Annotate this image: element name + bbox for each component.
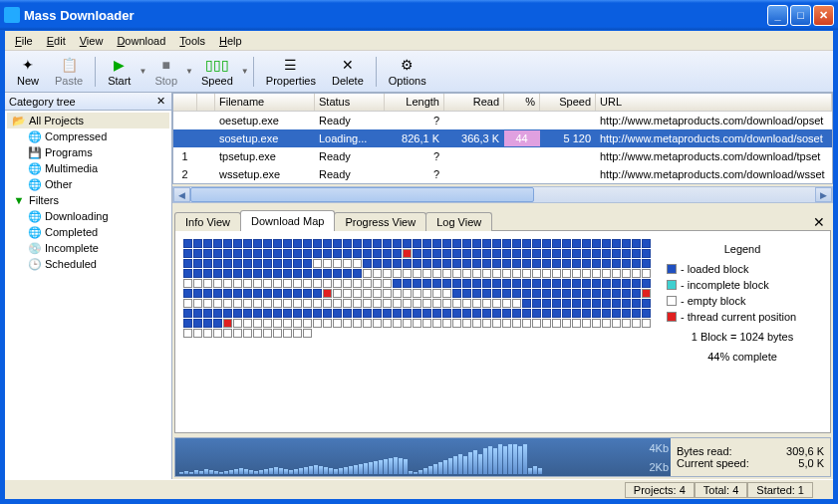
column-header[interactable]: Read xyxy=(444,94,504,111)
column-header[interactable]: Status xyxy=(315,94,385,111)
speed-icon: ▯▯▯ xyxy=(209,57,225,73)
menu-tools[interactable]: Tools xyxy=(173,33,211,49)
options-icon: ⚙ xyxy=(400,57,416,73)
tree-icon: 🕒 xyxy=(27,257,43,271)
window-title: Mass Downloader xyxy=(24,8,767,23)
properties-icon: ☰ xyxy=(283,57,299,73)
tree-icon: 💾 xyxy=(27,145,43,159)
close-button[interactable]: ✕ xyxy=(813,5,834,26)
detail-panel: Info ViewDownload MapProgress ViewLog Vi… xyxy=(174,209,831,433)
table-row[interactable]: oesetup.exeReady?http://www.metaproducts… xyxy=(173,112,832,129)
toolbar-speed-button[interactable]: ▯▯▯Speed xyxy=(193,55,241,89)
speed-scale: 4Kb 2Kb xyxy=(645,438,671,476)
column-header[interactable] xyxy=(173,94,197,111)
legend-title: Legend xyxy=(667,243,818,255)
tab-log-view[interactable]: Log View xyxy=(425,212,492,231)
statusbar: Projects: 4Total: 4Started: 1 xyxy=(5,479,833,499)
menu-help[interactable]: Help xyxy=(213,33,248,49)
tree-icon: 🌐 xyxy=(27,161,43,175)
bytes-read-value: 309,6 K xyxy=(786,445,824,457)
status-cell: Total: 4 xyxy=(695,482,747,498)
tree-icon: 🌐 xyxy=(27,177,43,191)
legend-item: - empty block xyxy=(667,295,818,307)
scroll-right-button[interactable]: ▶ xyxy=(815,187,832,202)
scroll-left-button[interactable]: ◀ xyxy=(173,187,190,202)
toolbar-paste-button: 📋Paste xyxy=(47,55,91,89)
tree-item-incomplete[interactable]: 💿Incomplete xyxy=(7,240,169,256)
dropdown-arrow-icon[interactable]: ▼ xyxy=(185,67,193,76)
tree-icon: 💿 xyxy=(27,241,43,255)
sidebar-title: Category tree xyxy=(9,96,153,108)
start-icon: ▶ xyxy=(112,57,128,73)
tree-item-completed[interactable]: 🌐Completed xyxy=(7,224,169,240)
menu-download[interactable]: Download xyxy=(111,33,171,49)
toolbar-start-button[interactable]: ▶Start xyxy=(100,55,139,89)
legend-item: - incomplete block xyxy=(667,279,818,291)
tab-download-map[interactable]: Download Map xyxy=(240,210,335,231)
legend: Legend - loaded block- incomplete block-… xyxy=(663,239,822,424)
toolbar-stop-button: ■Stop xyxy=(146,55,185,89)
app-icon xyxy=(4,7,20,23)
tree-icon: ▼ xyxy=(11,193,27,207)
scroll-thumb[interactable] xyxy=(190,187,534,202)
panel-close-icon[interactable]: ✕ xyxy=(807,214,831,230)
tab-progress-view[interactable]: Progress View xyxy=(334,212,426,231)
tree-item-multimedia[interactable]: 🌐Multimedia xyxy=(7,160,169,176)
speed-panel: 4Kb 2Kb Bytes read:309,6 K Current speed… xyxy=(174,437,831,477)
dropdown-arrow-icon[interactable]: ▼ xyxy=(139,67,146,76)
tree-item-filters[interactable]: ▼Filters xyxy=(7,192,169,208)
tree-item-compressed[interactable]: 🌐Compressed xyxy=(7,128,169,144)
table-row[interactable]: 1tpsetup.exeReady?http://www.metaproduct… xyxy=(173,147,832,165)
tree-icon: 📂 xyxy=(11,114,27,127)
column-header[interactable]: Length xyxy=(385,94,444,111)
menu-file[interactable]: File xyxy=(9,33,39,49)
tree-icon: 🌐 xyxy=(27,225,43,239)
current-speed-value: 5,0 K xyxy=(798,457,824,469)
download-map xyxy=(183,239,651,424)
tree-icon: 🌐 xyxy=(27,129,43,143)
column-header[interactable] xyxy=(197,94,215,111)
toolbar: ✦New📋Paste▶Start▼■Stop▼▯▯▯Speed▼☰Propert… xyxy=(5,51,833,93)
legend-item: - thread current position xyxy=(667,311,818,323)
status-cell: Projects: 4 xyxy=(625,482,695,498)
legend-block-size: 1 Block = 1024 bytes xyxy=(667,331,818,343)
tree-icon: 🌐 xyxy=(27,209,43,223)
toolbar-properties-button[interactable]: ☰Properties xyxy=(258,55,324,89)
paste-icon: 📋 xyxy=(61,57,77,73)
stats: Bytes read:309,6 K Current speed:5,0 K xyxy=(671,438,830,476)
column-header[interactable]: % xyxy=(504,94,540,111)
download-grid: FilenameStatusLengthRead%SpeedURL oesetu… xyxy=(172,93,833,184)
tree-item-other[interactable]: 🌐Other xyxy=(7,176,169,192)
bytes-read-label: Bytes read: xyxy=(677,445,732,457)
minimize-button[interactable]: _ xyxy=(767,5,788,26)
column-header[interactable]: URL xyxy=(596,94,832,111)
column-header[interactable]: Filename xyxy=(215,94,315,111)
toolbar-options-button[interactable]: ⚙Options xyxy=(381,55,434,89)
column-header[interactable]: Speed xyxy=(540,94,596,111)
toolbar-new-button[interactable]: ✦New xyxy=(9,55,47,89)
speed-graph xyxy=(175,438,645,476)
tree-item-programs[interactable]: 💾Programs xyxy=(7,144,169,160)
menubar: FileEditViewDownloadToolsHelp xyxy=(5,31,833,51)
table-row[interactable]: 2wssetup.exeReady?http://www.metaproduct… xyxy=(173,165,832,183)
tree-item-all-projects[interactable]: 📂All Projects xyxy=(7,113,169,128)
toolbar-delete-button[interactable]: ✕Delete xyxy=(324,55,372,89)
menu-edit[interactable]: Edit xyxy=(41,33,72,49)
tree-item-downloading[interactable]: 🌐Downloading xyxy=(7,208,169,224)
sidebar-close-icon[interactable]: ✕ xyxy=(153,95,167,108)
tab-info-view[interactable]: Info View xyxy=(174,212,241,231)
titlebar[interactable]: Mass Downloader _ □ ✕ xyxy=(0,0,838,30)
category-tree: 📂All Projects🌐Compressed💾Programs🌐Multim… xyxy=(5,111,171,274)
maximize-button[interactable]: □ xyxy=(790,5,811,26)
sidebar: Category tree ✕ 📂All Projects🌐Compressed… xyxy=(5,93,172,479)
dropdown-arrow-icon[interactable]: ▼ xyxy=(241,67,249,76)
horizontal-scrollbar[interactable]: ◀ ▶ xyxy=(172,186,833,203)
legend-percent: 44% complete xyxy=(667,351,818,363)
menu-view[interactable]: View xyxy=(74,33,110,49)
stop-icon: ■ xyxy=(158,57,174,73)
status-cell: Started: 1 xyxy=(747,482,813,498)
delete-icon: ✕ xyxy=(340,57,356,73)
new-icon: ✦ xyxy=(20,57,36,73)
tree-item-scheduled[interactable]: 🕒Scheduled xyxy=(7,256,169,272)
table-row[interactable]: sosetup.exeLoading...826,1 K366,3 K445 1… xyxy=(173,129,832,147)
